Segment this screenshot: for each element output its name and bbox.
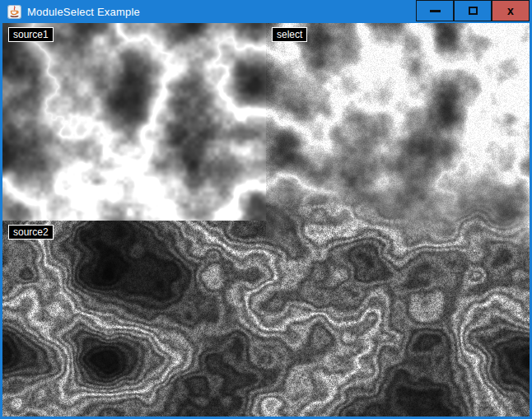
minimize-icon	[430, 10, 441, 12]
source2-label-text: source2	[13, 226, 49, 238]
select-output-canvas	[2, 23, 530, 417]
render-area: source1 select source2	[2, 23, 530, 417]
close-button[interactable]: x	[492, 0, 530, 21]
application-window: ModuleSelect Example x source1 select so…	[0, 0, 532, 419]
close-icon: x	[507, 5, 514, 16]
source2-label: source2	[8, 225, 54, 240]
source1-label-text: source1	[13, 29, 49, 40]
maximize-button[interactable]	[454, 0, 492, 21]
select-label: select	[272, 27, 307, 42]
titlebar[interactable]: ModuleSelect Example x	[2, 0, 530, 23]
minimize-button[interactable]	[416, 0, 454, 21]
source1-label: source1	[8, 27, 54, 42]
select-label-text: select	[277, 29, 302, 40]
window-title: ModuleSelect Example	[27, 6, 140, 18]
java-coffee-cup-icon	[7, 5, 21, 19]
maximize-icon	[469, 7, 478, 15]
window-controls: x	[416, 0, 530, 21]
